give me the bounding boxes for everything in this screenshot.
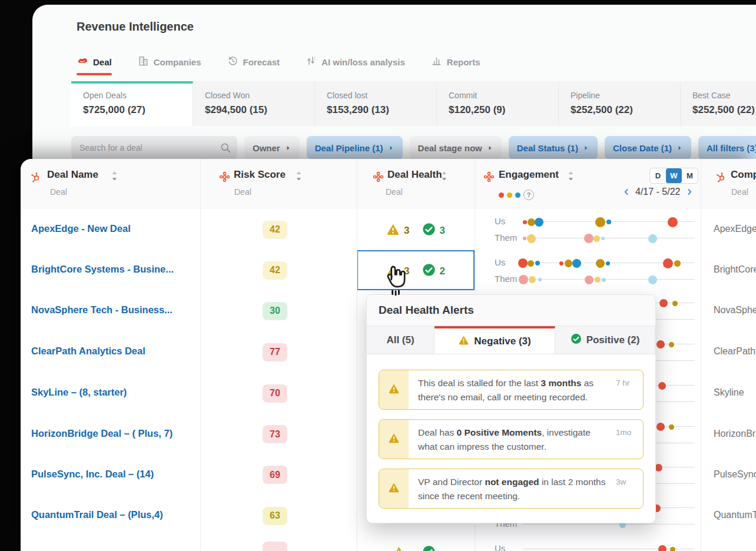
tab-ai-win-loss-analysis[interactable]: AI win/loss analysis <box>306 55 405 69</box>
legend-dot-icon <box>507 192 512 198</box>
table-row: BrightCore Systems - Busine...4232UsThem… <box>21 250 756 291</box>
help-icon[interactable]: ? <box>523 190 534 200</box>
summary-card-pipeline[interactable]: Pipeline$252,500 (22) <box>559 81 681 126</box>
deal-name-link[interactable]: BrightCore Systems - Busine... <box>31 264 195 275</box>
deal-name-link[interactable]: ClearPath Analytics Deal <box>31 346 195 357</box>
warning-icon <box>392 545 406 551</box>
column-subtitle: Deal <box>50 187 67 197</box>
engagement-dot <box>528 260 534 267</box>
search-field[interactable] <box>71 136 237 160</box>
tab-companies[interactable]: Companies <box>138 55 201 69</box>
period-W[interactable]: W <box>666 168 682 183</box>
companies-icon <box>138 55 149 69</box>
popup-tab-label: Negative (3) <box>474 336 530 347</box>
module-tabs: DealCompaniesForecastAI win/loss analysi… <box>77 54 480 69</box>
risk-score-badge: 30 <box>263 302 287 320</box>
column-subtitle: Deal <box>731 187 748 197</box>
engagement-dot <box>668 217 678 227</box>
column-title-deal-health: Deal Health <box>387 169 442 181</box>
filter-deal-status-1-[interactable]: Deal Status (1) <box>509 136 598 160</box>
summary-card-closed-lost[interactable]: Closed lost$153,290 (13) <box>315 81 437 126</box>
engagement-dot <box>572 259 581 268</box>
warning-icon <box>388 482 400 496</box>
risk-score-badge: 63 <box>263 507 287 525</box>
deal-health-cell[interactable]: 33 <box>357 223 475 238</box>
filter-close-date-1-[interactable]: Close Date (1) <box>605 136 691 160</box>
legend-dot-icon <box>499 192 504 198</box>
filter-all-filters-3-[interactable]: All filters (3) <box>698 136 756 160</box>
sort-arrows-icon[interactable] <box>294 170 303 184</box>
hubspot-icon <box>30 171 41 185</box>
deal-name-link[interactable]: ApexEdge - New Deal <box>31 223 195 234</box>
alert-text: VP and Director not engaged in last 2 mo… <box>409 469 616 508</box>
engagement-dot <box>663 258 673 268</box>
deal-name-link[interactable]: SkyLine – (8, starter) <box>31 387 195 398</box>
sort-arrows-icon[interactable] <box>440 170 449 184</box>
column-divider <box>701 159 701 551</box>
popup-tab-negative-3-[interactable]: Negative (3) <box>435 326 555 354</box>
warning-icon <box>388 383 400 397</box>
negative-count: 3 <box>404 225 409 237</box>
filter-label: Deal Pipeline (1) <box>315 143 383 153</box>
active-tab-underline <box>77 73 112 75</box>
summary-card-open-deals[interactable]: Open Deals$725,000 (27) <box>71 81 193 126</box>
deal-health-cell[interactable] <box>357 545 475 551</box>
card-label: Closed lost <box>327 91 425 100</box>
date-range-nav: 4/17 - 5/22 <box>622 187 694 197</box>
engagement-dot <box>656 423 665 431</box>
tab-label: Reports <box>447 57 480 67</box>
deal-name-link[interactable]: QuantumTrail Deal – (Plus,4) <box>31 509 195 520</box>
company-cell: NovaSphere <box>714 305 756 316</box>
column-title-engagement: Engagement <box>499 169 559 181</box>
filter-label: Deal Status (1) <box>517 143 578 153</box>
tab-forecast[interactable]: Forecast <box>227 55 280 69</box>
search-input[interactable] <box>71 136 237 160</box>
engagement-timeline <box>523 279 695 280</box>
engagement-legend: ? <box>499 190 534 200</box>
engagement-dot <box>585 276 593 284</box>
period-D[interactable]: D <box>650 168 666 183</box>
engagement-dot <box>535 261 540 265</box>
tab-deal[interactable]: Deal <box>77 55 112 69</box>
engagement-dot <box>606 220 611 224</box>
engagement-dot <box>529 276 536 283</box>
chevron-right-icon[interactable] <box>685 187 694 197</box>
filter-deal-stage-now[interactable]: Deal stage now <box>410 136 502 160</box>
engagement-dot <box>527 234 536 243</box>
chevron-left-icon[interactable] <box>622 187 631 197</box>
risk-score-badge: 69 <box>263 466 287 484</box>
column-title-risk-score: Risk Score <box>234 169 286 181</box>
caret-right-icon <box>285 143 291 153</box>
summary-card-closed-won[interactable]: Closed Won$294,500 (15) <box>193 81 315 126</box>
summary-card-best-case[interactable]: Best Case$252,500 (22) <box>681 81 756 126</box>
engagement-dot <box>538 278 542 281</box>
check-icon <box>422 223 436 238</box>
tab-label: Deal <box>93 57 112 67</box>
column-title-deal-name: Deal Name <box>47 169 98 181</box>
caret-right-icon <box>388 143 394 153</box>
table-header: Deal NameDealRisk ScoreDealDeal HealthDe… <box>21 159 756 210</box>
summary-card-commit[interactable]: Commit$120,250 (9) <box>437 81 559 126</box>
card-value: $252,500 (22) <box>692 104 756 116</box>
them-label: Them <box>495 274 517 284</box>
risk-score-badge: 42 <box>263 221 287 239</box>
deal-name-link[interactable]: PulseSync, Inc. Deal – (14) <box>31 469 195 480</box>
tab-reports[interactable]: Reports <box>431 55 480 69</box>
sort-arrows-icon[interactable] <box>566 170 575 184</box>
popup-tab-positive-2-[interactable]: Positive (2) <box>555 326 655 354</box>
deal-name-link[interactable]: NovaSphere Tech - Business... <box>31 304 195 316</box>
table-row: UsThem <box>21 536 756 551</box>
sort-arrows-icon[interactable] <box>110 170 119 184</box>
winloss-icon <box>306 55 317 69</box>
alert-timestamp: 3w <box>616 469 643 508</box>
engagement-dot <box>669 424 674 430</box>
filter-deal-pipeline-1-[interactable]: Deal Pipeline (1) <box>307 136 403 160</box>
filter-owner[interactable]: Owner <box>244 136 300 160</box>
popup-tab-all-5-[interactable]: All (5) <box>367 326 435 354</box>
company-cell: ClearPath <box>714 346 756 357</box>
positive-count: 3 <box>440 225 445 237</box>
deal-name-link[interactable]: HorizonBridge Deal – ( Plus, 7) <box>31 428 195 439</box>
period-M[interactable]: M <box>682 168 698 183</box>
card-value: $120,250 (9) <box>449 104 546 116</box>
company-cell: PulseSync <box>714 469 756 480</box>
